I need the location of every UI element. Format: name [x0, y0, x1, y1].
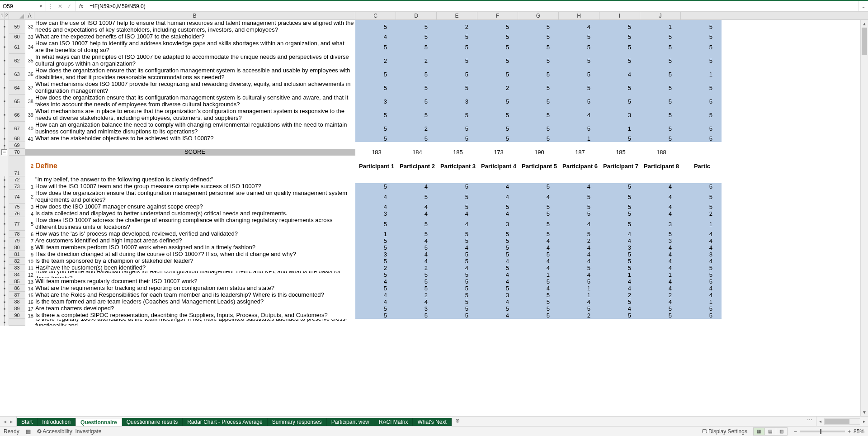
- column-header-D[interactable]: D: [396, 12, 437, 19]
- cell-value[interactable]: 5: [599, 210, 640, 217]
- score-value[interactable]: 173: [477, 149, 518, 156]
- cell-value[interactable]: 5: [477, 40, 518, 54]
- cell-index[interactable]: 13: [25, 278, 34, 285]
- cell-value[interactable]: 5: [559, 54, 599, 67]
- cell-index[interactable]: 9: [25, 251, 34, 258]
- row-header[interactable]: 69: [9, 142, 25, 149]
- cell-value[interactable]: 5: [355, 285, 396, 292]
- cell-value[interactable]: 5: [437, 278, 477, 285]
- cell-index[interactable]: [25, 142, 34, 149]
- cell-value[interactable]: 5: [437, 54, 477, 67]
- cell-value[interactable]: 5: [355, 20, 396, 33]
- scroll-up-icon[interactable]: ▲: [861, 20, 868, 28]
- cell-question[interactable]: What mechanisms does ISO 10007 provide f…: [34, 81, 355, 95]
- cell-value[interactable]: 5: [559, 204, 599, 210]
- cell-question[interactable]: How can an organization balance the need…: [34, 122, 355, 135]
- cell-value[interactable]: 4: [599, 278, 640, 285]
- cell-value[interactable]: 4: [396, 237, 437, 244]
- cell-value[interactable]: 5: [518, 305, 559, 312]
- cell-value[interactable]: 1: [599, 122, 640, 135]
- cell-value[interactable]: 5: [355, 81, 396, 95]
- cell-value[interactable]: 5: [518, 299, 559, 305]
- cell-value[interactable]: 5: [518, 54, 559, 67]
- cell-value[interactable]: 5: [518, 81, 559, 95]
- cell-value[interactable]: 3: [599, 244, 640, 251]
- cell-value[interactable]: 3: [355, 210, 396, 217]
- cell-value[interactable]: 5: [559, 95, 599, 108]
- cell-value[interactable]: 4: [640, 183, 681, 190]
- cell-value[interactable]: 1: [559, 135, 599, 142]
- cell-value[interactable]: 2: [599, 292, 640, 299]
- cell-value[interactable]: 5: [437, 258, 477, 265]
- cell-value[interactable]: 5: [437, 251, 477, 258]
- score-value[interactable]: 185: [599, 149, 640, 156]
- column-header-J[interactable]: J: [640, 12, 681, 19]
- cell-value[interactable]: 4: [477, 278, 518, 285]
- tab-nav-prev-icon[interactable]: ▸: [10, 418, 13, 425]
- cell-value[interactable]: 5: [477, 204, 518, 210]
- cell-value[interactable]: 4: [477, 312, 518, 319]
- hscroll-left-icon[interactable]: ◂: [816, 419, 824, 424]
- cell-value[interactable]: 1: [355, 231, 396, 237]
- row-header[interactable]: 72: [9, 176, 25, 183]
- cell-index[interactable]: 35: [25, 54, 34, 67]
- column-header-F[interactable]: F: [477, 12, 518, 19]
- cell-value[interactable]: 4: [396, 210, 437, 217]
- cell-value[interactable]: 5: [559, 265, 599, 271]
- cell-value[interactable]: 5: [437, 312, 477, 319]
- cell-value[interactable]: 5: [681, 183, 722, 190]
- cell-value[interactable]: 5: [396, 95, 437, 108]
- cell-value[interactable]: 5: [681, 271, 722, 278]
- cell-value[interactable]: 3: [355, 251, 396, 258]
- row-header[interactable]: 83: [9, 265, 25, 271]
- formula-accept-icon[interactable]: ✓: [67, 3, 71, 9]
- cell-value[interactable]: 5: [518, 210, 559, 217]
- cell-value[interactable]: 5: [396, 40, 437, 54]
- cell-index[interactable]: 10: [25, 258, 34, 265]
- cell-value[interactable]: 5: [437, 285, 477, 292]
- cell-question[interactable]: How does the organization ensure that co…: [34, 190, 355, 204]
- cell-value[interactable]: 3: [477, 292, 518, 299]
- cell-value[interactable]: 5: [477, 135, 518, 142]
- column-header-B[interactable]: B: [34, 12, 355, 19]
- cell-index[interactable]: 39: [25, 108, 34, 122]
- cell-value[interactable]: 5: [437, 33, 477, 40]
- cell-value[interactable]: 5: [640, 95, 681, 108]
- cell-value[interactable]: 5: [681, 305, 722, 312]
- formula-expand-icon[interactable]: ⌄: [858, 1, 868, 11]
- cell-value[interactable]: 5: [477, 54, 518, 67]
- cell-value[interactable]: 4: [559, 108, 599, 122]
- row-header[interactable]: 68: [9, 135, 25, 142]
- cell-value[interactable]: 4: [559, 271, 599, 278]
- row-header[interactable]: 77: [9, 217, 25, 231]
- cell-value[interactable]: 2: [396, 265, 437, 271]
- cell-value[interactable]: 5: [599, 33, 640, 40]
- cell-index[interactable]: 3: [25, 204, 34, 210]
- cell-question[interactable]: Are team charters developed?: [34, 305, 355, 312]
- row-header[interactable]: 84: [9, 271, 25, 278]
- cell-value[interactable]: 5: [681, 33, 722, 40]
- cell-value[interactable]: 5: [559, 231, 599, 237]
- cell-value[interactable]: 2: [559, 312, 599, 319]
- cell-index[interactable]: 16: [25, 299, 34, 305]
- cell-value[interactable]: 5: [681, 265, 722, 271]
- zoom-level[interactable]: 85%: [854, 428, 864, 435]
- cell-value[interactable]: 5: [681, 108, 722, 122]
- cell-value[interactable]: 1: [518, 271, 559, 278]
- cell-index[interactable]: 40: [25, 122, 34, 135]
- cell-question[interactable]: How was the 'as is' process map develope…: [34, 231, 355, 237]
- cell-value[interactable]: 2: [355, 54, 396, 67]
- cell-value[interactable]: 4: [640, 210, 681, 217]
- cell-value[interactable]: 4: [640, 190, 681, 204]
- cell-value[interactable]: 4: [681, 231, 722, 237]
- cell-value[interactable]: 5: [599, 299, 640, 305]
- zoom-out-button[interactable]: −: [794, 428, 797, 435]
- outline-level-2[interactable]: 2: [5, 12, 9, 19]
- cell-value[interactable]: 5: [477, 33, 518, 40]
- cell-value[interactable]: 5: [396, 67, 437, 81]
- cell-index[interactable]: 15: [25, 292, 34, 299]
- cell-value[interactable]: 5: [477, 20, 518, 33]
- cell-question[interactable]: What are the Roles and Responsibilities …: [34, 292, 355, 299]
- cell-value[interactable]: 5: [681, 40, 722, 54]
- cell-value[interactable]: 4: [640, 204, 681, 210]
